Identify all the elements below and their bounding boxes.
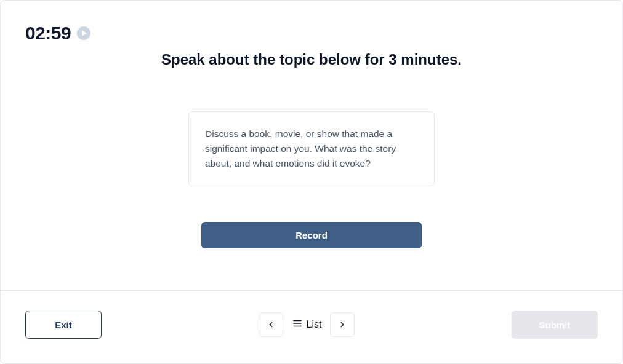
record-button[interactable]: Record	[201, 222, 422, 248]
speaking-task-card: 02:59 Speak about the topic below for 3 …	[0, 0, 623, 364]
exit-button[interactable]: Exit	[25, 311, 102, 339]
list-icon	[292, 318, 303, 331]
svg-marker-0	[82, 30, 87, 36]
next-button[interactable]	[330, 312, 355, 337]
timer-row: 02:59	[25, 23, 598, 44]
content-area: 02:59 Speak about the topic below for 3 …	[1, 1, 622, 290]
prev-button[interactable]	[259, 312, 283, 337]
submit-button[interactable]: Submit	[512, 311, 598, 339]
instruction-heading: Speak about the topic below for 3 minute…	[25, 51, 598, 68]
play-icon[interactable]	[77, 26, 90, 40]
list-label: List	[307, 319, 322, 330]
list-button[interactable]: List	[289, 318, 324, 331]
footer-bar: Exit List Submit	[1, 291, 622, 363]
nav-group: List	[259, 312, 355, 337]
timer-display: 02:59	[25, 23, 71, 44]
topic-prompt: Discuss a book, movie, or show that made…	[188, 111, 435, 186]
